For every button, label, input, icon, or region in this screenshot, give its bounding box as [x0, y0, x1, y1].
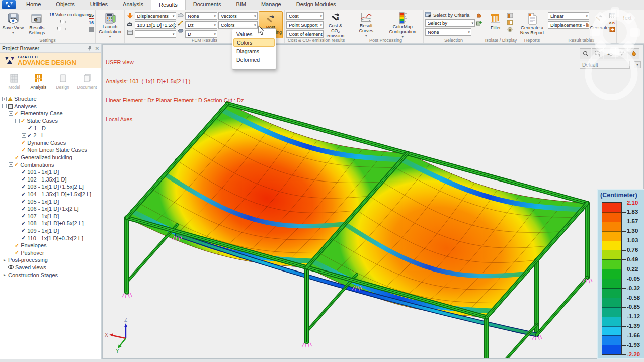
tab-utilities[interactable]: Utilities [83, 0, 115, 10]
tree-item[interactable]: ✓104 - 1.35x[1 D]+1.5x[2 L] [0, 191, 101, 198]
tree-item[interactable]: ✓106 - 1x[1 D]+1x[2 L] [0, 205, 101, 213]
menu-item-diagrams[interactable]: Diagrams [233, 47, 275, 55]
sort-values-icon[interactable]: ab [609, 20, 615, 25]
tree-item[interactable]: ✓Pushover [0, 249, 101, 256]
view-preset-dropdown-button[interactable]: ▾ [634, 61, 641, 68]
linear-result-combo[interactable]: Dz▾ [185, 21, 217, 29]
result-down-arrow-icon[interactable] [127, 13, 133, 19]
tree-item[interactable]: ▸Post-processing [0, 256, 101, 264]
generate-report-button[interactable]: Generate a New Report [520, 11, 544, 38]
tree-item[interactable]: ✓101 - 1x[1 D] [0, 168, 101, 176]
export-table-icon[interactable] [609, 27, 615, 32]
result-type-combo[interactable]: Displacements▾ [135, 12, 176, 20]
save-results-icon[interactable] [127, 30, 133, 35]
isolate-icon-3[interactable] [507, 27, 513, 32]
tree-item[interactable]: ✓109 - 1x[1 D] [0, 227, 101, 235]
zoom-search-button[interactable] [580, 48, 591, 59]
menu-item-values[interactable]: Values [233, 30, 275, 38]
tab-documents[interactable]: Documents [186, 0, 229, 10]
tree-item[interactable]: ✓102 - 1.35x[1 D] [0, 176, 101, 184]
eraser-icon[interactable] [178, 29, 184, 33]
cost-co2-button[interactable]: $ Cost & CO₂ emission [325, 11, 346, 38]
pencil-icon[interactable] [178, 20, 183, 26]
launch-calculation-button[interactable]: Launch Calculation▾ [97, 11, 123, 38]
point-support-combo[interactable]: Point Support▾ [286, 21, 324, 29]
generate-table-button[interactable]: Generate [590, 11, 608, 38]
display-options-button[interactable] [616, 48, 627, 59]
planar-result-combo[interactable]: D▾ [185, 30, 217, 38]
cost-element-combo[interactable]: Cost of element▾ [286, 30, 324, 38]
view-tab-document[interactable]: Document [75, 73, 99, 90]
result-curves-button[interactable]: x Result Curves▾ [352, 11, 380, 38]
tree-item[interactable]: −✓Combinations [0, 161, 101, 168]
tree-item[interactable]: ✓107 - 1x[1 D] [0, 213, 101, 220]
tree-item[interactable]: −✓Elementary Case [0, 110, 101, 117]
menu-item-colors[interactable]: Colors [233, 38, 275, 47]
tree-item[interactable]: ▸Construction Stages [0, 271, 101, 279]
table-content-combo[interactable]: Displacements - lin▾ [548, 21, 589, 29]
tree-item[interactable]: +Structure [0, 95, 101, 103]
isolate-icon-1[interactable] [507, 13, 513, 18]
results-settings-button[interactable]: $ Results Settings [25, 11, 48, 38]
tree-item[interactable]: ✓1 - D [0, 124, 101, 132]
view-tab-model[interactable]: Model [3, 73, 26, 90]
tab-home[interactable]: Home [19, 0, 48, 10]
empty-combo[interactable]: ▾ [135, 30, 176, 38]
selection-none-combo[interactable]: None▾ [425, 28, 471, 36]
tree-item[interactable]: −Analyses [0, 103, 101, 110]
menu-item-deformed[interactable]: Deformed [233, 55, 275, 64]
diagram-density-slider[interactable] [49, 27, 78, 31]
tree-minus-marker[interactable]: − [2, 104, 7, 108]
tab-objects[interactable]: Objects [48, 0, 82, 10]
tab-design-modules[interactable]: Design Modules [289, 0, 344, 10]
tab-bim[interactable]: BIM [228, 0, 254, 10]
tree-item[interactable]: −✓Static Cases [0, 117, 101, 125]
tree-arrow-marker[interactable]: ▸ [2, 273, 7, 277]
tree-minus-marker[interactable]: − [9, 162, 13, 167]
tab-results[interactable]: Results [151, 0, 186, 10]
values-red-toggle[interactable]: 15 [89, 13, 94, 19]
vector-display-combo[interactable]: Vectors▾ [218, 12, 258, 20]
render-mode-button[interactable] [628, 48, 639, 59]
select-hand-icon[interactable] [476, 13, 482, 18]
filter-button[interactable]: Filter [486, 11, 506, 38]
select-add-icon[interactable] [476, 21, 482, 26]
colormap-config-button[interactable]: ColorMap Configuration▾ [386, 11, 419, 38]
load-case-icon[interactable] [127, 22, 133, 27]
tree-minus-marker[interactable]: − [9, 111, 13, 116]
tree-arrow-marker[interactable]: ▸ [2, 258, 7, 262]
diagram-axis-combo[interactable]: None▾ [185, 12, 217, 20]
tree-item[interactable]: ✓Envelopes [0, 242, 101, 249]
app-logo-button[interactable] [2, 0, 16, 9]
isolate-icon-2[interactable] [507, 20, 513, 25]
tab-manage[interactable]: Manage [254, 0, 289, 10]
values-blue-toggle[interactable]: 16 [89, 20, 94, 25]
tree-item[interactable]: ✓110 - 1x[1 D]+0.3x[2 L] [0, 234, 101, 242]
view-tab-design[interactable]: Design [51, 73, 74, 90]
viewport-3d[interactable]: Z X Y USER view Analysis: 103 ( 1x[1 D]+… [102, 44, 644, 359]
window-select-button[interactable] [592, 48, 603, 59]
close-icon[interactable]: ✕ [95, 46, 99, 51]
tree-plus-marker[interactable]: + [22, 133, 26, 138]
tree-plus-marker[interactable]: + [2, 97, 7, 101]
solid-display-toggle[interactable] [89, 27, 94, 32]
tab-analysis[interactable]: Analysis [115, 0, 151, 10]
save-view-button[interactable]: Save View▾ [2, 11, 24, 38]
tree-item[interactable]: ✓105 - 1x[1 D] [0, 198, 101, 205]
table-grid-icon[interactable] [609, 13, 615, 18]
diagram-scale-slider[interactable] [49, 20, 78, 24]
tree-item[interactable]: ✓108 - 1x[1 D]+0.5x[2 L] [0, 220, 101, 227]
tree-item[interactable]: ✓Dynamic Cases [0, 139, 101, 147]
table-type-combo[interactable]: Linear▾ [548, 12, 589, 20]
select-by-combo[interactable]: Select by▾ [425, 19, 475, 27]
cloud-icon[interactable] [178, 13, 184, 17]
tree-minus-marker[interactable]: − [15, 119, 20, 123]
tree-item[interactable]: ✓Non Linear Static Cases [0, 146, 101, 154]
analysis-case-combo[interactable]: 103 1x[1 D]+1.5x[2 L▾ [135, 21, 176, 29]
tree-item[interactable]: Saved views [0, 264, 101, 272]
view-preset-combo[interactable]: Default [580, 61, 630, 69]
pin-icon[interactable] [87, 46, 92, 51]
cost-combo[interactable]: Cost▾ [286, 12, 324, 20]
select-by-criteria-button[interactable]: Select by Criteria [433, 12, 469, 18]
tree-item[interactable]: ✓103 - 1x[1 D]+1.5x[2 L] [0, 183, 101, 191]
